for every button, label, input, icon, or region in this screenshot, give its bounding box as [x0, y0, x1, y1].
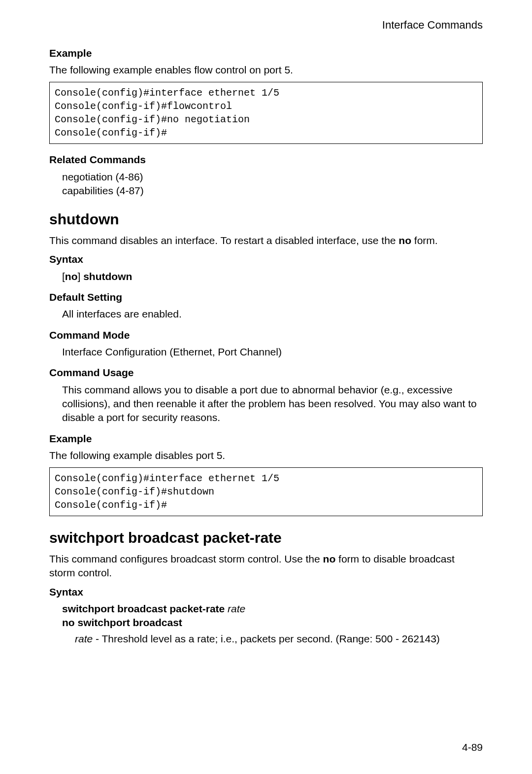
syntax-label-2: Syntax: [49, 585, 483, 599]
syntax-line-switchport-2: no switchport broadcast: [62, 616, 483, 630]
switchport-description: This command configures broadcast storm …: [49, 552, 483, 580]
text-bold: shutdown: [83, 271, 132, 282]
related-line-1: negotiation (4-86): [62, 170, 483, 184]
example-intro-1: The following example enables flow contr…: [49, 63, 483, 77]
text-bold: no: [65, 271, 78, 282]
default-setting-text: All interfaces are enabled.: [62, 307, 483, 321]
command-mode-label: Command Mode: [49, 328, 483, 342]
page: Interface Commands Example The following…: [0, 0, 532, 774]
text-bold: switchport broadcast packet-rate: [62, 603, 228, 614]
command-usage-text: This command allows you to disable a por…: [62, 383, 483, 425]
example-label-2: Example: [49, 432, 483, 446]
command-mode-text: Interface Configuration (Ethernet, Port …: [62, 345, 483, 359]
text-fragment: ]: [78, 271, 84, 282]
heading-switchport: switchport broadcast packet-rate: [49, 528, 483, 548]
code-block-2: Console(config)#interface ethernet 1/5 C…: [49, 467, 483, 516]
default-setting-label: Default Setting: [49, 290, 483, 304]
text-fragment: - Threshold level as a rate; i.e., packe…: [93, 633, 440, 644]
text-bold: no: [399, 235, 411, 246]
code-block-1: Console(config)#interface ethernet 1/5 C…: [49, 82, 483, 144]
text-bold: no switchport broadcast: [62, 617, 182, 628]
example-label-1: Example: [49, 46, 483, 60]
text-fragment: form.: [411, 235, 438, 246]
syntax-line-shutdown: [no] shutdown: [62, 270, 483, 283]
command-usage-label: Command Usage: [49, 366, 483, 380]
related-line-2: capabilities (4-87): [62, 184, 483, 198]
page-number: 4-89: [462, 740, 483, 754]
heading-shutdown: shutdown: [49, 210, 483, 230]
running-header: Interface Commands: [49, 18, 483, 33]
text-fragment: This command disables an interface. To r…: [49, 235, 399, 246]
param-rate: rate - Threshold level as a rate; i.e., …: [75, 632, 483, 646]
example-intro-2: The following example disables port 5.: [49, 449, 483, 462]
related-commands-label: Related Commands: [49, 153, 483, 167]
shutdown-description: This command disables an interface. To r…: [49, 234, 483, 247]
text-italic: rate: [75, 633, 93, 644]
text-italic: rate: [228, 603, 245, 614]
syntax-line-switchport-1: switchport broadcast packet-rate rate: [62, 602, 483, 616]
text-fragment: This command configures broadcast storm …: [49, 553, 323, 564]
syntax-label-1: Syntax: [49, 252, 483, 266]
text-bold: no: [323, 553, 336, 564]
